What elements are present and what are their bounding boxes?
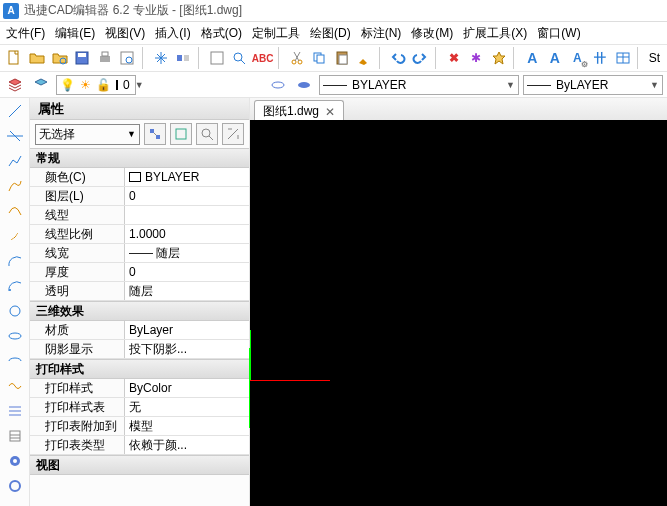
menu-item[interactable]: 定制工具 xyxy=(252,25,300,42)
toggle-button[interactable] xyxy=(173,47,194,69)
svg-point-25 xyxy=(298,82,310,88)
property-value[interactable] xyxy=(125,206,249,224)
lineweight-combo[interactable]: —— ByLAYER ▼ xyxy=(523,75,663,95)
xline-tool[interactable] xyxy=(4,125,26,147)
property-value[interactable]: BYLAYER xyxy=(125,168,249,186)
property-value[interactable]: 投下阴影... xyxy=(125,340,249,358)
hatch-tool[interactable] xyxy=(4,425,26,447)
clean-button[interactable]: ✱ xyxy=(466,47,487,69)
property-value[interactable]: 随层 xyxy=(125,282,249,300)
property-label: 颜色(C) xyxy=(30,168,125,186)
torus-tool[interactable] xyxy=(4,475,26,497)
linetype-btn2[interactable] xyxy=(293,74,315,96)
menu-item[interactable]: 修改(M) xyxy=(411,25,453,42)
toggle-value-button[interactable] xyxy=(222,123,244,145)
undo-button[interactable] xyxy=(387,47,408,69)
redo-button[interactable] xyxy=(410,47,431,69)
copy-button[interactable] xyxy=(309,47,330,69)
ellipse-tool[interactable] xyxy=(4,325,26,347)
layer-states-button[interactable] xyxy=(30,74,52,96)
print-button[interactable] xyxy=(94,47,115,69)
property-value[interactable]: 无 xyxy=(125,398,249,416)
circle-tool[interactable] xyxy=(4,300,26,322)
polyline-tool[interactable] xyxy=(4,150,26,172)
section-header[interactable]: 三维效果 xyxy=(30,301,249,321)
layer-quick-combo[interactable]: 💡 ☀ 🔓 0 ▼ xyxy=(56,75,136,95)
property-value[interactable]: 模型 xyxy=(125,417,249,435)
menu-item[interactable]: 扩展工具(X) xyxy=(463,25,527,42)
explode-button[interactable] xyxy=(489,47,510,69)
section-header[interactable]: 常规 xyxy=(30,148,249,168)
layer-props-button[interactable] xyxy=(4,74,26,96)
selection-value: 无选择 xyxy=(39,126,75,143)
property-row: 线宽—— 随层 xyxy=(30,244,249,263)
polygon-tool[interactable] xyxy=(4,175,26,197)
property-value[interactable]: 0 xyxy=(125,263,249,281)
property-value[interactable]: 1.0000 xyxy=(125,225,249,243)
menu-item[interactable]: 编辑(E) xyxy=(55,25,95,42)
canvas[interactable] xyxy=(250,120,667,506)
pick-add-button[interactable] xyxy=(170,123,192,145)
app-logo: A xyxy=(3,3,19,19)
linetype-btn1[interactable] xyxy=(267,74,289,96)
save-button[interactable] xyxy=(72,47,93,69)
spell-button[interactable]: ABC xyxy=(252,47,274,69)
text-style-a3[interactable]: A⚙ xyxy=(567,47,588,69)
arc3-tool[interactable] xyxy=(4,275,26,297)
donut-tool[interactable] xyxy=(4,450,26,472)
lineweight-value: ByLAYER xyxy=(556,78,608,92)
property-value[interactable]: 依赖于颜... xyxy=(125,436,249,454)
layer-quick-value: 0 xyxy=(123,78,130,92)
property-label: 厚度 xyxy=(30,263,125,281)
line-tool[interactable] xyxy=(4,100,26,122)
open-folder-button[interactable] xyxy=(49,47,70,69)
find-button[interactable] xyxy=(229,47,250,69)
menu-item[interactable]: 文件(F) xyxy=(6,25,45,42)
property-value[interactable]: —— 随层 xyxy=(125,244,249,262)
dim-style-button[interactable]: 卄 xyxy=(590,47,611,69)
menu-item[interactable]: 标注(N) xyxy=(361,25,402,42)
section-header[interactable]: 视图 xyxy=(30,455,249,475)
spline-tool[interactable] xyxy=(4,200,26,222)
tool-a-button[interactable] xyxy=(206,47,227,69)
menu-item[interactable]: 绘图(D) xyxy=(310,25,351,42)
arc-tool[interactable]: ⟋ xyxy=(4,225,26,247)
quick-select-button[interactable] xyxy=(144,123,166,145)
open-file-button[interactable] xyxy=(27,47,48,69)
property-value[interactable]: ByColor xyxy=(125,379,249,397)
document-tab[interactable]: 图纸1.dwg ✕ xyxy=(254,100,344,120)
arc2-tool[interactable] xyxy=(4,250,26,272)
print-preview-button[interactable] xyxy=(117,47,138,69)
menu-item[interactable]: 插入(I) xyxy=(155,25,190,42)
svg-point-24 xyxy=(272,82,284,88)
wave-tool[interactable] xyxy=(4,375,26,397)
pick-new-button[interactable] xyxy=(196,123,218,145)
menu-item[interactable]: 视图(V) xyxy=(105,25,145,42)
property-label: 打印表附加到 xyxy=(30,417,125,435)
properties-title: 属性 xyxy=(30,98,249,120)
new-file-button[interactable] xyxy=(4,47,25,69)
text-style-a2[interactable]: A xyxy=(545,47,566,69)
ellipse-arc-tool[interactable] xyxy=(4,350,26,372)
property-value[interactable]: 0 xyxy=(125,187,249,205)
delete-button[interactable]: ✖ xyxy=(443,47,464,69)
text-style-a1[interactable]: A xyxy=(522,47,543,69)
match-button[interactable] xyxy=(354,47,375,69)
property-value[interactable]: ByLayer xyxy=(125,321,249,339)
menu-item[interactable]: 窗口(W) xyxy=(537,25,580,42)
paste-button[interactable] xyxy=(331,47,352,69)
menu-item[interactable]: 格式(O) xyxy=(201,25,242,42)
section-header[interactable]: 打印样式 xyxy=(30,359,249,379)
ucs-x-axis xyxy=(250,380,330,381)
svg-point-31 xyxy=(9,333,21,339)
property-label: 材质 xyxy=(30,321,125,339)
pan-button[interactable] xyxy=(150,47,171,69)
property-value-text: 依赖于颜... xyxy=(129,437,187,454)
selection-dropdown[interactable]: 无选择 ▼ xyxy=(35,124,140,145)
lines-tool[interactable] xyxy=(4,400,26,422)
close-tab-icon[interactable]: ✕ xyxy=(325,105,335,119)
property-label: 打印样式表 xyxy=(30,398,125,416)
cut-button[interactable] xyxy=(286,47,307,69)
table-style-button[interactable] xyxy=(612,47,633,69)
linetype-combo[interactable]: —— BYLAYER ▼ xyxy=(319,75,519,95)
